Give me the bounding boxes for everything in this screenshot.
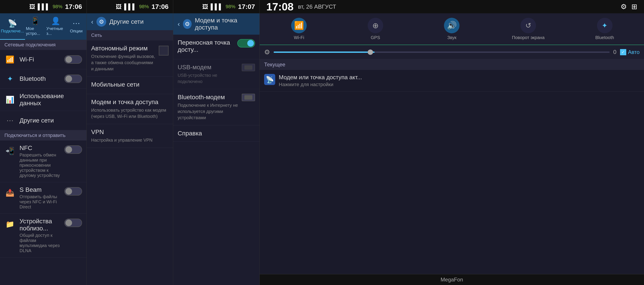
nfc-setting[interactable]: 📲 NFC Разрешить обмен данными при прикос… [0,141,86,182]
quick-gps-icon: ⊕ [368,18,383,33]
sbeam-setting[interactable]: 📤 S Beam Отправить файлы через NFC и Wi-… [0,182,86,214]
time-2: 17:06 [152,3,168,11]
bluetooth-setting[interactable]: ✦ Bluetooth [0,69,86,89]
brightness-auto-label: Авто [628,49,640,55]
usb-modem-checkbox[interactable] [242,64,255,71]
net-section-header: Сеть [87,30,173,40]
sbeam-toggle-circle [66,188,72,195]
vpn-item[interactable]: VPN Настройка и управление VPN [87,124,173,148]
quick-sound[interactable]: 🔊 Звук [415,18,489,40]
bluetooth-toggle-circle [66,76,72,82]
brightness-fill [274,52,374,53]
settings-icon[interactable]: ⚙ [620,3,627,11]
sbeam-toggle[interactable] [64,187,82,196]
battery-2: 98% [139,4,149,10]
options-label: Опции [70,29,82,34]
nearby-setting[interactable]: 📁 Устройства поблизо... Общий доступ к ф… [0,214,86,257]
tab-connections[interactable]: 📡 Подключе... [0,13,25,40]
autonomous-mode-checkbox[interactable] [159,46,168,56]
vpn-title: VPN [91,129,168,136]
usb-modem-checkbox-inner [244,65,252,70]
quick-bluetooth-icon: ✦ [597,18,612,33]
modem-hotspot-header: ‹ ⚙ Модем и точка доступа [173,13,260,35]
brightness-slider[interactable] [274,52,610,53]
status-bar-3: 🖼 ▌▌▌ 98% 17:07 [173,0,260,13]
other-networks-icon: ⋯ [4,115,16,126]
other-networks-title: Другие сети [20,117,82,124]
nearby-icon: 📁 [4,219,16,230]
other-networks-header-icon: ⚙ [96,17,106,27]
vpn-desc: Настройка и управление VPN [91,137,168,143]
mobile-networks-item[interactable]: Мобильные сети [87,77,173,94]
bluetooth-modem-title: Bluetooth-модем [178,94,240,101]
data-usage-text: Использование данных [20,93,82,107]
quick-bluetooth-label: Bluetooth [595,35,614,40]
notif-section-current: Текущее [260,59,644,70]
image-icon-3: 🖼 [202,3,208,10]
portable-hotspot-item[interactable]: Переносная точка досту... [173,35,260,59]
nfc-icon: 📲 [4,145,16,156]
nfc-toggle[interactable] [64,145,82,154]
data-usage-title: Использование данных [20,93,82,107]
notif-date: вт, 26 АВГУСТ [298,3,620,10]
nearby-text: Устройства поблизо... Общий доступ к фай… [20,218,64,253]
usb-modem-item[interactable]: USB-модем USB-устройство не подключено [173,59,260,89]
sbeam-desc: Отправить файлы через NFC и Wi-Fi Direct [20,194,64,209]
bluetooth-modem-checkbox[interactable] [242,94,255,101]
time-1: 17:06 [65,3,82,11]
back-button-2[interactable]: ‹ [91,18,93,26]
quick-rotate[interactable]: ↺ Поворот экрана [491,18,566,40]
modem-hotspot-header-icon: ⚙ [183,19,192,29]
back-button-3[interactable]: ‹ [178,20,180,28]
spravka-item[interactable]: Справка [173,125,260,142]
battery-1: 98% [52,4,62,10]
mobile-networks-title: Мобильные сети [91,81,168,88]
tab-accounts[interactable]: 👤 Учетные з... [46,13,66,40]
notif-item-hotspot[interactable]: 📡 Модем или точка доступа акт... Нажмите… [260,70,644,92]
signal-icon-3: ▌▌▌ [211,3,223,10]
nearby-toggle[interactable] [64,219,82,227]
modem-hotspot-item[interactable]: Модем и точка доступа Использовать устро… [87,94,173,124]
quick-bluetooth[interactable]: ✦ Bluetooth [568,18,642,40]
autonomous-mode-title: Автономный режим [91,45,156,52]
portable-hotspot-toggle-circle [247,40,254,47]
usb-modem-text: USB-модем USB-устройство не подключено [178,64,240,85]
usb-modem-desc: USB-устройство не подключено [178,72,240,85]
nearby-toggle-circle [66,219,72,226]
other-networks-text: Другие сети [20,117,82,124]
bluetooth-modem-text: Bluetooth-модем Подключение к Интернету … [178,94,240,121]
bluetooth-modem-item[interactable]: Bluetooth-модем Подключение к Интернету … [173,89,260,125]
battery-3: 98% [226,4,235,10]
data-usage-setting[interactable]: 📊 Использование данных [0,89,86,111]
my-device-label: Мое устро... [26,26,44,36]
image-icon-2: 🖼 [116,3,122,10]
other-networks-header-title: Другие сети [109,18,144,25]
notif-status-bar: 17:08 вт, 26 АВГУСТ ⚙ ⊞ [260,0,644,13]
autonomous-mode-item[interactable]: Автономный режим Отключение функций вызо… [87,40,173,77]
grid-icon[interactable]: ⊞ [631,3,637,11]
nfc-text: NFC Разрешить обмен данными при прикосно… [20,144,64,178]
notif-hotspot-subtitle: Нажмите для настройки [279,82,640,88]
signal-icon-1: ▌▌▌ [38,3,50,10]
other-networks-header: ‹ ⚙ Другие сети [87,13,173,30]
wifi-setting[interactable]: 📶 Wi-Fi [0,50,86,69]
bluetooth-toggle[interactable] [64,75,82,83]
portable-hotspot-toggle[interactable] [237,39,255,48]
my-device-icon: 📱 [30,17,40,25]
accounts-label: Учетные з... [46,26,65,36]
other-networks-setting[interactable]: ⋯ Другие сети [0,111,86,130]
bluetooth-modem-checkbox-inner [244,95,252,100]
carrier-bar: MegaFon [260,274,644,285]
status-bar-1: 🖼 ▌▌▌ 98% 17:06 [0,0,86,13]
brightness-auto[interactable]: ✓ Авто [620,49,640,55]
tab-my-device[interactable]: 📱 Мое устро... [25,13,46,40]
modem-hotspot-header-title: Модем и точка доступа [195,17,255,31]
nfc-title: NFC [20,144,64,152]
quick-gps[interactable]: ⊕ GPS [338,18,413,40]
quick-wifi[interactable]: 📶 Wi-Fi [262,18,336,40]
brightness-icon[interactable]: ⚙ [264,48,270,56]
tab-options[interactable]: ⋯ Опции [66,13,86,40]
wifi-toggle[interactable] [64,55,82,64]
quick-rotate-icon: ↺ [520,18,536,33]
status-bar-2: 🖼 ▌▌▌ 98% 17:06 [87,0,173,13]
